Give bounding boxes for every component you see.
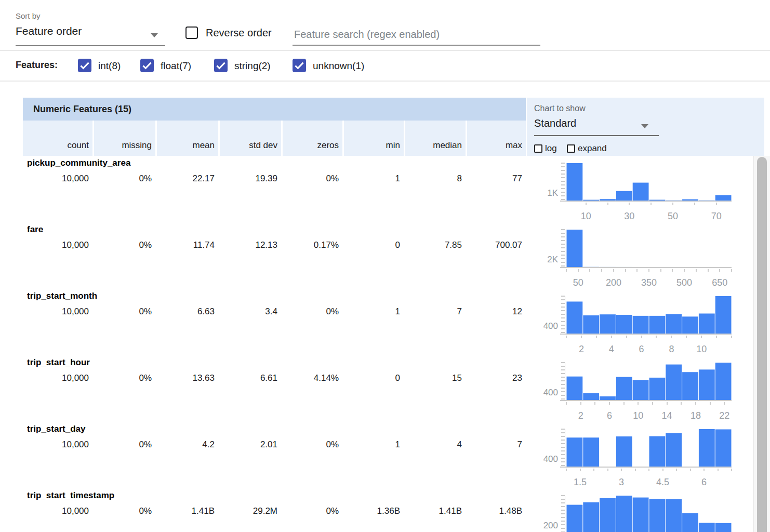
histogram-bars[interactable] bbox=[567, 363, 732, 400]
filter-int-checkbox[interactable] bbox=[78, 59, 91, 72]
column-header-zeros[interactable]: zeros bbox=[281, 121, 342, 156]
feature-name: pickup_community_area bbox=[27, 158, 130, 168]
feature-stats: 10,0000%22.1719.390%1877 bbox=[23, 174, 526, 184]
chart-to-show-label: Chart to show bbox=[534, 104, 586, 113]
stat-value: 6.61 bbox=[218, 373, 281, 383]
feature-histogram[interactable]: 200 bbox=[535, 495, 733, 532]
stat-value: 11.74 bbox=[155, 240, 218, 250]
reverse-order-checkbox[interactable] bbox=[185, 26, 198, 39]
stat-value: 12.13 bbox=[218, 240, 281, 250]
feature-stats: 10,0000%1.41B29.2M0%1.36B1.41B1.48B bbox=[23, 506, 526, 516]
stat-value: 10,000 bbox=[23, 240, 92, 250]
feature-name: trip_start_hour bbox=[27, 357, 90, 368]
stat-value: 4.14% bbox=[281, 373, 342, 383]
x-tick-label: 18 bbox=[691, 410, 701, 421]
x-tick-label: 6 bbox=[701, 477, 707, 487]
column-header-min[interactable]: min bbox=[342, 121, 404, 156]
chevron-down-icon bbox=[641, 124, 648, 128]
x-tick-label: 350 bbox=[641, 277, 657, 288]
chart-controls-panel: Chart to show Standard log expand bbox=[527, 98, 764, 156]
feature-name: fare bbox=[27, 224, 43, 235]
feature-name: trip_start_month bbox=[27, 291, 97, 301]
expand-checkbox[interactable] bbox=[567, 144, 575, 153]
stat-value: 0% bbox=[92, 240, 155, 250]
log-label: log bbox=[545, 143, 557, 154]
filter-float-checkbox[interactable] bbox=[140, 59, 154, 72]
stat-value: 10,000 bbox=[23, 307, 92, 317]
feature-name: trip_start_day bbox=[27, 424, 85, 434]
stat-value: 0% bbox=[92, 506, 155, 516]
stat-value: 7.85 bbox=[404, 240, 466, 250]
x-tick-label: 10 bbox=[696, 344, 707, 354]
toolbar-divider bbox=[0, 50, 770, 51]
feature-histogram[interactable]: 2610141822400 bbox=[535, 362, 733, 424]
column-header-stddev[interactable]: std dev bbox=[218, 121, 281, 156]
histogram-bars[interactable] bbox=[567, 429, 732, 467]
feature-row: pickup_community_area10,0000%22.1719.390… bbox=[0, 156, 770, 222]
chart-type-dropdown[interactable]: Standard bbox=[534, 117, 659, 136]
stat-value: 0% bbox=[281, 506, 342, 516]
x-tick-label: 650 bbox=[712, 277, 727, 288]
stat-value: 6.63 bbox=[155, 307, 218, 317]
stat-value: 13.63 bbox=[155, 373, 218, 383]
sort-by-dropdown[interactable]: Feature order bbox=[16, 25, 165, 46]
histogram-bars[interactable] bbox=[567, 163, 732, 201]
feature-histogram[interactable]: 103050701K bbox=[535, 162, 733, 224]
features-filter-label: Features: bbox=[16, 60, 58, 71]
histogram-bars[interactable] bbox=[567, 230, 732, 267]
stat-value: 0 bbox=[342, 373, 404, 383]
chart-type-value: Standard bbox=[534, 117, 576, 129]
feature-search-input[interactable] bbox=[293, 25, 540, 46]
x-tick-label: 70 bbox=[711, 211, 722, 221]
x-tick-label: 6 bbox=[639, 344, 644, 354]
stat-value: 1.41B bbox=[155, 506, 218, 516]
log-checkbox[interactable] bbox=[534, 144, 542, 153]
stat-value: 10,000 bbox=[23, 506, 92, 516]
filter-string-checkbox[interactable] bbox=[214, 59, 228, 72]
stat-value: 4.2 bbox=[155, 440, 218, 450]
stat-value: 1.48B bbox=[466, 506, 526, 516]
column-header-mean[interactable]: mean bbox=[155, 121, 218, 156]
stat-value: 12 bbox=[466, 307, 526, 317]
y-axis-label: 400 bbox=[543, 454, 558, 464]
stat-value: 0% bbox=[92, 373, 155, 383]
stat-value: 0% bbox=[92, 307, 155, 317]
vertical-scrollbar-track[interactable] bbox=[753, 156, 770, 532]
x-tick-label: 14 bbox=[662, 410, 672, 421]
stat-value: 0% bbox=[281, 174, 342, 184]
feature-histogram[interactable]: 246810400 bbox=[535, 295, 733, 357]
feature-histogram[interactable]: 1.534.56400 bbox=[535, 428, 733, 490]
filter-float-label: float(7) bbox=[161, 60, 191, 72]
column-header-count[interactable]: count bbox=[23, 121, 92, 156]
x-tick-label: 50 bbox=[573, 277, 583, 288]
table-title: Numeric Features (15) bbox=[23, 98, 526, 121]
stat-value: 10,000 bbox=[23, 440, 92, 450]
stat-value: 10,000 bbox=[23, 174, 92, 184]
x-tick-label: 22 bbox=[719, 410, 729, 421]
histogram-bars[interactable] bbox=[567, 496, 732, 532]
x-tick-label: 1.5 bbox=[574, 477, 587, 487]
filter-int-label: int(8) bbox=[98, 60, 121, 72]
vertical-scrollbar-thumb[interactable] bbox=[757, 157, 767, 532]
stat-value: 0% bbox=[281, 307, 342, 317]
stat-value: 0 bbox=[342, 240, 404, 250]
feature-histogram[interactable]: 502003505006502K bbox=[535, 229, 733, 291]
stat-value: 1 bbox=[342, 174, 404, 184]
histogram-bars[interactable] bbox=[567, 296, 732, 334]
filter-string-label: string(2) bbox=[234, 60, 271, 72]
x-tick-label: 200 bbox=[606, 277, 621, 288]
stat-value: 1 bbox=[342, 307, 404, 317]
stat-value: 10,000 bbox=[23, 373, 92, 383]
column-header-missing[interactable]: missing bbox=[92, 121, 155, 156]
y-axis-label: 1K bbox=[547, 188, 558, 198]
stat-value: 23 bbox=[466, 373, 526, 383]
x-tick-label: 2 bbox=[578, 410, 583, 421]
stat-value: 7 bbox=[466, 440, 526, 450]
stat-value: 29.2M bbox=[218, 506, 281, 516]
x-tick-label: 500 bbox=[676, 277, 692, 288]
x-tick-label: 10 bbox=[633, 410, 643, 421]
filter-unknown-checkbox[interactable] bbox=[293, 59, 306, 72]
column-header-median[interactable]: median bbox=[404, 121, 466, 156]
column-header-max[interactable]: max bbox=[466, 121, 526, 156]
stat-value: 3.4 bbox=[218, 307, 281, 317]
